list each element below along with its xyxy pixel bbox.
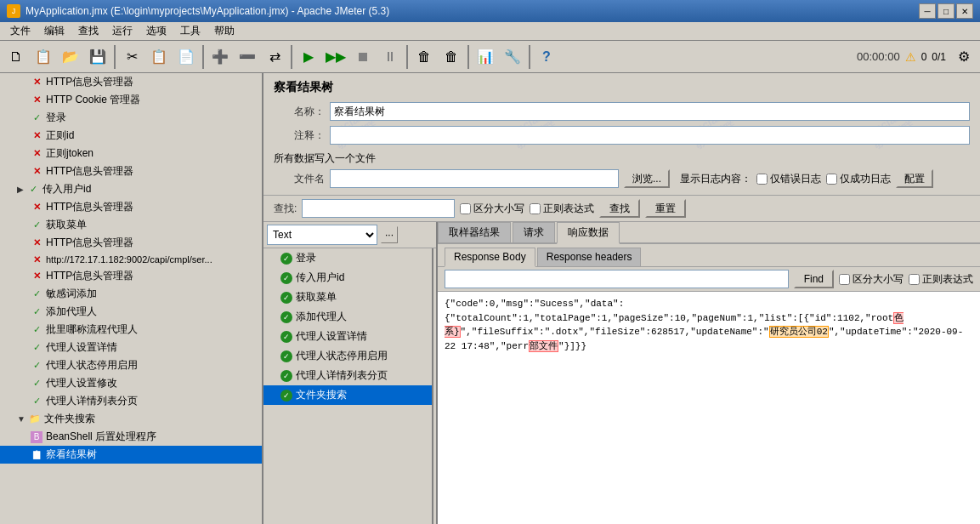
name-input[interactable] <box>330 102 970 121</box>
copy-button[interactable]: 📋 <box>146 44 172 70</box>
menu-file[interactable]: 文件 <box>3 22 37 40</box>
tab-request[interactable]: 请求 <box>513 222 555 242</box>
result-success-icon-2: ✓ <box>280 272 292 284</box>
right-content: 察看结果树 名称： 注释： 所有数据写入一个文件 文件名 浏览... 显 <box>263 73 980 524</box>
report-button[interactable]: 📊 <box>473 44 498 70</box>
find-button[interactable]: Find <box>794 270 834 288</box>
menu-find[interactable]: 查找 <box>71 22 105 40</box>
template-button[interactable]: 📋 <box>31 44 56 70</box>
dot-button[interactable]: ··· <box>381 226 398 243</box>
menu-options[interactable]: 选项 <box>139 22 173 40</box>
batch-agent-icon: ✓ <box>31 324 42 336</box>
regex-search-checkbox[interactable] <box>530 203 541 214</box>
beanshell-icon: B <box>31 431 42 443</box>
expand-button[interactable]: ➕ <box>207 44 233 70</box>
config-button[interactable]: 配置 <box>896 169 933 188</box>
response-search-input[interactable] <box>445 270 789 288</box>
tree-item-http-header-3[interactable]: ✕ HTTP信息头管理器 <box>0 198 262 216</box>
file-section-title: 所有数据写入一个文件 <box>274 150 970 169</box>
result-item-agent-toggle[interactable]: ✓ 代理人状态停用启用 <box>263 346 432 366</box>
response-toolbar: Find 区分大小写 正则表达式 <box>438 267 980 292</box>
tree-item-batch-agent[interactable]: ✓ 批里哪称流程代理人 <box>0 321 262 339</box>
success-log-checkbox[interactable] <box>826 174 837 185</box>
tree-item-regex-id[interactable]: ✕ 正则id <box>0 127 262 145</box>
menu-tools[interactable]: 工具 <box>173 22 207 40</box>
tree-item-label: HTTP信息头管理器 <box>46 200 133 214</box>
menu-edit[interactable]: 编辑 <box>37 22 71 40</box>
error-log-checkbox[interactable] <box>756 174 768 185</box>
search-button[interactable]: 查找 <box>599 199 640 218</box>
file-input[interactable] <box>330 169 619 188</box>
menu-help[interactable]: 帮助 <box>207 22 241 40</box>
tab-response-data[interactable]: 响应数据 <box>557 222 620 244</box>
save-button[interactable]: 💾 <box>85 44 110 70</box>
search-input[interactable] <box>302 199 455 218</box>
tree-item-folder-search[interactable]: ▼ 📁 文件夹搜索 <box>0 410 262 428</box>
agent-status-icon: ✓ <box>31 360 42 372</box>
tab-request-label: 请求 <box>524 226 544 238</box>
reset-button[interactable]: 重置 <box>645 199 686 218</box>
tree-item-get-menu[interactable]: ✓ 获取菜单 <box>0 216 262 234</box>
start-no-pause-button[interactable]: ▶▶ <box>323 44 348 70</box>
open-button[interactable]: 📂 <box>58 44 83 70</box>
tree-item-http-header-4[interactable]: ✕ HTTP信息头管理器 <box>0 234 262 252</box>
result-item-agent-page[interactable]: ✓ 代理人详情列表分页 <box>263 366 432 385</box>
toggle-button[interactable]: ⇄ <box>262 44 287 70</box>
tree-item-label: HTTP信息头管理器 <box>46 75 133 89</box>
tree-item-agent-status[interactable]: ✓ 代理人状态停用启用 <box>0 356 262 374</box>
paste-button[interactable]: 📄 <box>173 44 199 70</box>
maximize-button[interactable]: □ <box>938 3 955 19</box>
remote-settings-button[interactable]: ⚙ <box>951 44 977 70</box>
name-row: 名称： <box>274 102 970 121</box>
remote-button[interactable]: 🔧 <box>500 44 525 70</box>
tree-item-http-header-1[interactable]: ✕ HTTP信息头管理器 <box>0 73 262 91</box>
cut-button[interactable]: ✂ <box>119 44 144 70</box>
comment-input[interactable] <box>330 126 970 145</box>
tree-item-sensitive[interactable]: ✓ 敏感词添加 <box>0 285 262 303</box>
tree-item-add-agent[interactable]: ✓ 添加代理人 <box>0 303 262 321</box>
new-button[interactable]: 🗋 <box>3 44 29 70</box>
menu-run[interactable]: 运行 <box>105 22 139 40</box>
result-item-agent-settings[interactable]: ✓ 代理人设置详情 <box>263 327 432 346</box>
response-tab-headers[interactable]: Response headers <box>537 248 642 266</box>
tree-item-label: HTTP Cookie 管理器 <box>46 93 140 107</box>
tab-sampler-result[interactable]: 取样器结果 <box>438 222 511 242</box>
tree-item-agent-detail[interactable]: ✓ 代理人设置详情 <box>0 339 262 356</box>
shutdown-button[interactable]: ⏸ <box>377 44 403 70</box>
tree-item-login[interactable]: ✓ 登录 <box>0 109 262 127</box>
tree-item-user-id[interactable]: ▶ ✓ 传入用户id <box>0 180 262 198</box>
result-item-add-agent[interactable]: ✓ 添加代理人 <box>263 307 432 327</box>
tree-item-http-header-5[interactable]: ✕ HTTP信息头管理器 <box>0 267 262 285</box>
separator-3 <box>291 45 292 69</box>
tree-item-http-url[interactable]: ✕ http://172.17.1.182:9002/capi/cmpl/ser… <box>0 252 262 267</box>
clear-all-button[interactable]: 🗑 <box>439 44 464 70</box>
tree-item-agent-list[interactable]: ✓ 代理人详情列表分页 <box>0 392 262 410</box>
case-sensitive-checkbox[interactable] <box>460 203 471 214</box>
case-sensitive-response-checkbox[interactable] <box>839 274 850 285</box>
agent-detail-icon: ✓ <box>31 342 42 354</box>
clear-button[interactable]: 🗑 <box>411 44 437 70</box>
tab-sampler-result-label: 取样器结果 <box>449 226 500 238</box>
browse-button[interactable]: 浏览... <box>624 169 670 188</box>
start-button[interactable]: ▶ <box>296 44 321 70</box>
tree-item-regex-jtoken[interactable]: ✕ 正则jtoken <box>0 145 262 162</box>
tree-item-cookie-manager[interactable]: ✕ HTTP Cookie 管理器 <box>0 91 262 109</box>
response-tab-body[interactable]: Response Body <box>445 248 535 267</box>
result-item-folder-search[interactable]: ✓ 文件夹搜索 <box>263 385 432 405</box>
result-item-user-id[interactable]: ✓ 传入用户id <box>263 268 432 288</box>
search-row: 查找: 区分大小写 正则表达式 查找 重置 <box>263 196 980 222</box>
minimize-button[interactable]: ─ <box>919 3 936 19</box>
regex-response-text: 正则表达式 <box>922 272 973 287</box>
tree-item-http-header-2[interactable]: ✕ HTTP信息头管理器 <box>0 162 262 180</box>
result-item-get-menu[interactable]: ✓ 获取菜单 <box>263 288 432 307</box>
close-button[interactable]: ✕ <box>956 3 973 19</box>
tree-item-result-tree[interactable]: 📋 察看结果树 <box>0 446 262 464</box>
tree-item-agent-edit[interactable]: ✓ 代理人设置修改 <box>0 374 262 392</box>
format-select[interactable]: Text JSON XML HTML <box>267 225 377 245</box>
tree-item-beanshell[interactable]: B BeanShell 后置处理程序 <box>0 428 262 446</box>
result-item-login[interactable]: ✓ 登录 <box>263 248 432 268</box>
regex-response-checkbox[interactable] <box>909 274 920 285</box>
help-button[interactable]: ? <box>534 44 559 70</box>
collapse-button[interactable]: ➖ <box>235 44 260 70</box>
stop-button[interactable]: ⏹ <box>350 44 376 70</box>
